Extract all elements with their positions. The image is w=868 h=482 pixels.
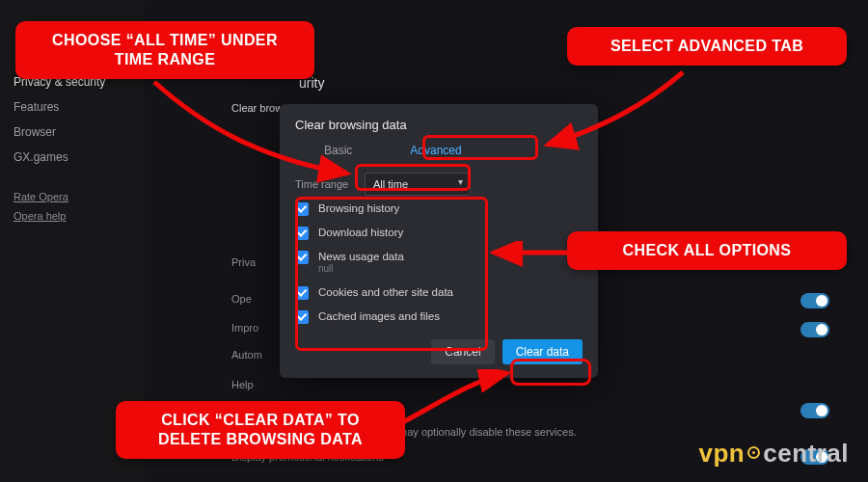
watermark-part2: central <box>763 439 849 468</box>
option-news-usage[interactable]: News usage data null <box>295 250 583 276</box>
callout-check-all: CHECK ALL OPTIONS <box>567 231 847 270</box>
checkbox-icon[interactable] <box>295 286 309 300</box>
tab-advanced[interactable]: Advanced <box>410 144 461 157</box>
time-range-select[interactable]: All time <box>365 173 471 196</box>
sidebar-item-browser[interactable]: Browser <box>14 120 131 145</box>
section-label-privacy: Priva <box>231 256 256 268</box>
time-range-label: Time range <box>295 178 355 190</box>
clear-browsing-data-dialog: Clear browsing data Basic Advanced Time … <box>280 104 598 378</box>
section-label-autom: Autom <box>231 349 262 361</box>
checkbox-icon[interactable] <box>295 202 309 216</box>
clear-data-button[interactable]: Clear data <box>502 339 583 364</box>
dialog-title: Clear browsing data <box>295 118 583 132</box>
option-cached-images[interactable]: Cached images and files <box>295 309 583 324</box>
toggle-2[interactable] <box>800 322 829 337</box>
callout-time-range: CHOOSE “ALL TIME” UNDER TIME RANGE <box>15 21 314 79</box>
callout-advanced: SELECT ADVANCED TAB <box>567 27 847 66</box>
toggle-1[interactable] <box>800 293 829 308</box>
option-label: Cookies and other site data <box>318 285 453 299</box>
toggle-news[interactable] <box>800 403 829 418</box>
sidebar-item-gxgames[interactable]: GX.games <box>14 145 131 170</box>
option-browsing-history[interactable]: Browsing history <box>295 201 583 216</box>
cancel-button[interactable]: Cancel <box>431 339 494 364</box>
option-label: Browsing history <box>318 201 399 215</box>
option-label: Download history <box>318 226 403 239</box>
option-download-history[interactable]: Download history <box>295 226 583 240</box>
row-help-text: Help <box>231 379 254 390</box>
option-label-text: News usage data <box>318 251 404 262</box>
tab-basic[interactable]: Basic <box>324 144 352 157</box>
watermark-part1: vpn <box>699 439 746 468</box>
option-sub: null <box>318 263 404 276</box>
sidebar-link-rate[interactable]: Rate Opera <box>14 187 131 206</box>
options-list: Browsing history Download history News u… <box>295 201 583 324</box>
checkbox-icon[interactable] <box>295 251 309 264</box>
ring-icon <box>747 446 760 459</box>
option-label: News usage data null <box>318 250 404 276</box>
option-label: Cached images and files <box>318 309 440 323</box>
callout-clear: CLICK “CLEAR DATA” TO DELETE BROWSING DA… <box>116 401 405 459</box>
watermark-vpncentral: vpncentral <box>699 439 850 469</box>
checkbox-icon[interactable] <box>295 310 309 324</box>
sidebar-link-help[interactable]: Opera help <box>14 206 131 226</box>
option-cookies[interactable]: Cookies and other site data <box>295 285 583 300</box>
sidebar-item-features[interactable]: Features <box>14 94 131 120</box>
checkbox-icon[interactable] <box>295 227 309 240</box>
